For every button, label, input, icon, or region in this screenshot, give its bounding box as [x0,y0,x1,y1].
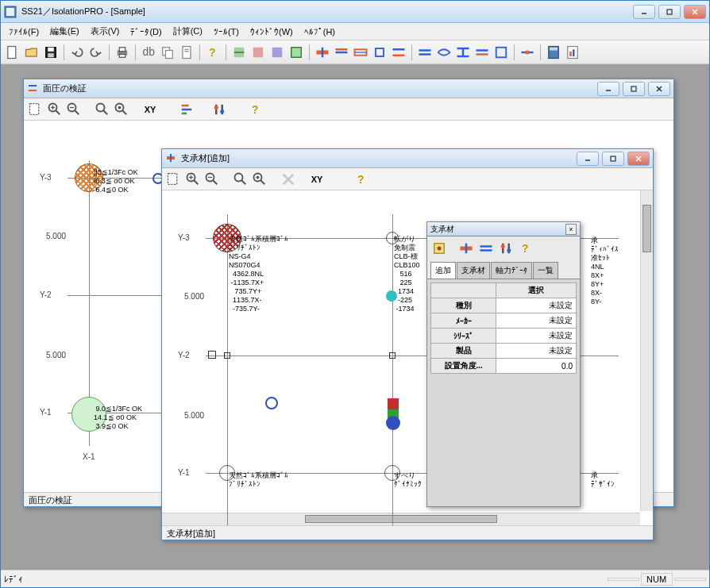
stack-blue[interactable] [386,416,400,430]
tab-axial[interactable]: 軸力ﾃﾞｰﾀ [491,262,532,279]
zoom-out-icon[interactable] [65,101,83,118]
c2-node-y3l-text: 天然ｺﾞﾑ系積層ｺﾞﾑ ﾌﾞﾘﾁﾞｽﾄﾝ NS-G4 NS070G4 4362.… [229,235,288,313]
child1-help-icon[interactable]: ? [247,101,264,118]
minimize-button[interactable] [633,5,655,19]
c2-select-icon[interactable] [165,171,183,188]
tab-list[interactable]: 一覧 [533,262,558,279]
row-type-value[interactable]: 未設定 [496,298,577,313]
help-icon[interactable]: ? [204,44,222,61]
menu-data[interactable]: ﾃﾞｰﾀ(D) [125,25,166,38]
iso-k-icon[interactable] [519,44,536,61]
tab-support[interactable]: 支承材 [457,262,490,279]
pal-b-icon[interactable] [457,240,475,257]
child2-vscroll[interactable] [640,190,653,511]
child2-max-button[interactable] [602,152,624,166]
row-series-value[interactable]: 未設定 [496,329,577,344]
menu-window[interactable]: ｳｨﾝﾄﾞｳ(W) [245,25,298,38]
calc-icon[interactable] [545,44,562,61]
row-product-value[interactable]: 未設定 [496,344,577,359]
print-icon[interactable] [114,44,131,61]
tab-add[interactable]: 追加 [430,262,456,279]
svg-point-43 [526,50,530,54]
settings-icon[interactable] [210,101,228,118]
c2-node-y1r-text: すべり ﾀﾞｲﾅﾐｯｸ [394,471,422,489]
iso-a-icon[interactable] [314,44,331,61]
svg-rect-48 [573,49,575,56]
child1-icon [27,83,38,95]
row-angle-label[interactable]: 設置角度... [431,359,496,374]
close-button[interactable] [684,5,706,19]
svg-line-64 [103,110,107,114]
tool-d-icon[interactable] [287,44,305,61]
iso-g-icon[interactable] [435,44,453,61]
layers-icon[interactable] [178,101,195,118]
c2-zoom-100-icon[interactable] [251,171,268,188]
handle-y2r[interactable] [389,352,396,359]
zoom-in-icon[interactable] [46,101,64,118]
child2-close-button[interactable] [627,152,650,166]
menu-help[interactable]: ﾍﾙﾌﾟ(H) [299,25,340,38]
menu-view[interactable]: 表示(V) [86,24,125,39]
svg-rect-41 [496,47,507,57]
menu-file[interactable]: ﾌｧｲﾙ(F) [4,25,44,38]
iso-d-icon[interactable] [371,44,388,61]
c2-zoom-out-icon[interactable] [203,171,221,188]
palette-titlebar[interactable]: 支承材 × [427,222,580,236]
main-toolbar: db ? [1,40,709,64]
c2-delete-icon[interactable] [280,171,297,188]
tool-a-icon[interactable] [230,44,248,61]
row-maker-value[interactable]: 未設定 [496,313,577,329]
pal-d-icon[interactable] [497,240,515,257]
iso-b-icon[interactable] [333,44,350,61]
tool-c-icon[interactable] [268,44,286,61]
child2-hscroll[interactable] [162,513,640,525]
undo-icon[interactable] [68,44,86,61]
iso-j-icon[interactable] [492,44,510,61]
svg-rect-12 [119,54,125,57]
c2-help-icon[interactable]: ? [353,171,370,188]
iso-c-icon[interactable] [352,44,369,61]
menu-calc[interactable]: 計算(C) [168,24,207,39]
new-icon[interactable] [4,44,21,61]
pal-a-icon[interactable] [430,240,448,257]
iso-i-icon[interactable] [473,44,491,61]
c2-xy-toggle[interactable]: XY [308,171,326,188]
child1-titlebar[interactable]: 面圧の検証 [24,79,673,98]
c2-node-mid[interactable] [265,397,278,409]
c2-zoom-fit-icon[interactable] [232,171,249,188]
iso-h-icon[interactable] [454,44,472,61]
pal-help-icon[interactable]: ? [517,240,534,257]
tool-b-icon[interactable] [249,44,267,61]
handle-y2l2[interactable] [224,352,230,359]
xy-toggle[interactable]: XY [141,101,159,118]
menu-edit[interactable]: 編集(E) [45,24,84,39]
child1-close-button[interactable] [648,82,670,96]
child1-max-button[interactable] [623,82,645,96]
report-icon[interactable] [564,44,581,61]
save-icon[interactable] [42,44,60,61]
iso-f-icon[interactable] [416,44,434,61]
redo-icon[interactable] [87,44,105,61]
db-icon[interactable]: db [140,44,157,61]
child1-title: 面圧の検証 [43,83,597,94]
c2-node-cyan[interactable] [386,290,397,302]
palette-toolbar: ? [427,236,580,260]
select-icon[interactable] [27,101,44,118]
c2-zoom-in-icon[interactable] [184,171,202,188]
iso-e-icon[interactable] [390,44,407,61]
page-icon[interactable] [178,44,195,61]
child2-min-button[interactable] [577,152,599,166]
palette-close-button[interactable]: × [565,224,577,235]
pal-c-icon[interactable] [477,240,495,257]
maximize-button[interactable] [658,5,681,19]
open-icon[interactable] [23,44,41,61]
zoom-100-icon[interactable] [113,101,130,118]
stack-red[interactable] [388,398,399,409]
menu-tool[interactable]: ﾂｰﾙ(T) [209,25,244,38]
handle-y2l[interactable] [208,351,216,359]
child2-titlebar[interactable]: 支承材[追加] [162,149,653,168]
zoom-fit-icon[interactable] [94,101,111,118]
row-angle-value[interactable]: 0.0 [496,359,577,374]
child1-min-button[interactable] [597,82,619,96]
copy-icon[interactable] [159,44,176,61]
